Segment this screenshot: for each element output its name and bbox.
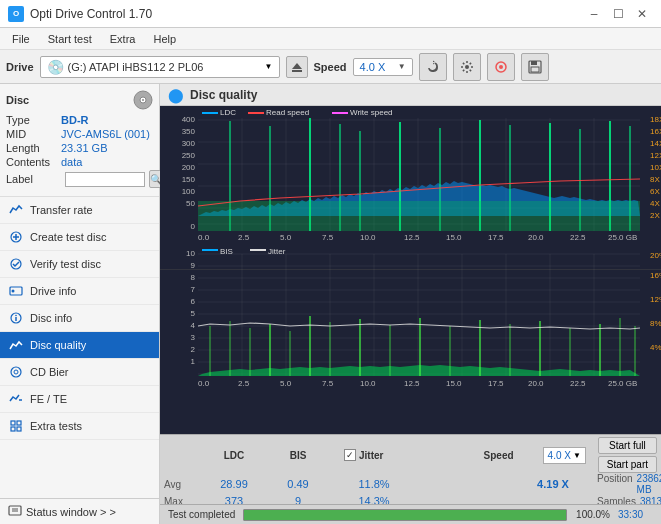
disc-label-row: Label 🔍: [6, 170, 153, 188]
sidebar-item-verify-test-disc[interactable]: Verify test disc: [0, 251, 159, 278]
progress-time: 33:30: [618, 509, 653, 520]
svg-rect-78: [202, 112, 218, 114]
drive-info-label: Drive info: [30, 285, 76, 297]
sidebar-item-disc-quality[interactable]: Disc quality: [0, 332, 159, 359]
type-value: BD-R: [61, 114, 89, 126]
svg-text:250: 250: [182, 151, 196, 160]
menubar: File Start test Extra Help: [0, 28, 661, 50]
progress-bar-container: Test completed 100.0% 33:30: [160, 504, 661, 524]
settings-button[interactable]: [453, 53, 481, 81]
svg-point-2: [465, 65, 469, 69]
jitter-checkbox[interactable]: ✓: [344, 449, 356, 461]
svg-text:150: 150: [182, 175, 196, 184]
extra-tests-label: Extra tests: [30, 420, 82, 432]
cd-bier-label: CD Bier: [30, 366, 69, 378]
fe-te-label: FE / TE: [30, 393, 67, 405]
menu-help[interactable]: Help: [145, 31, 184, 47]
minimize-button[interactable]: –: [583, 3, 605, 25]
svg-rect-26: [17, 427, 21, 431]
speed-selector[interactable]: 4.0 X ▼: [353, 58, 413, 76]
svg-text:5.0: 5.0: [280, 233, 292, 242]
svg-point-19: [15, 315, 17, 317]
maximize-button[interactable]: ☐: [607, 3, 629, 25]
svg-text:300: 300: [182, 139, 196, 148]
drivebar: Drive 💿 (G:) ATAPI iHBS112 2 PL06 ▼ Spee…: [0, 50, 661, 84]
sidebar-item-extra-tests[interactable]: Extra tests: [0, 413, 159, 440]
svg-rect-82: [332, 112, 348, 114]
sidebar-item-fe-te[interactable]: FE / TE: [0, 386, 159, 413]
disc-contents-row: Contents data: [6, 156, 153, 168]
svg-rect-150: [202, 249, 218, 251]
svg-rect-6: [531, 61, 537, 65]
sidebar-item-drive-info[interactable]: Drive info: [0, 278, 159, 305]
svg-text:Write speed: Write speed: [350, 108, 393, 117]
svg-text:22.5: 22.5: [570, 379, 586, 388]
status-window-item[interactable]: Status window > >: [0, 498, 159, 524]
svg-text:2: 2: [191, 345, 196, 354]
svg-text:15.0: 15.0: [446, 379, 462, 388]
svg-text:3: 3: [191, 333, 196, 342]
svg-rect-80: [248, 112, 264, 114]
save-button[interactable]: [521, 53, 549, 81]
refresh-button[interactable]: [419, 53, 447, 81]
svg-text:7.5: 7.5: [322, 233, 334, 242]
speed-value: 4.0 X: [360, 61, 386, 73]
sidebar-item-transfer-rate[interactable]: Transfer rate: [0, 197, 159, 224]
svg-text:12.5: 12.5: [404, 233, 420, 242]
drive-value: (G:) ATAPI iHBS112 2 PL06: [68, 61, 261, 73]
disc-section: Disc Type BD-R MID JVC-AMS6L (001) Lengt…: [0, 84, 159, 197]
sidebar-item-disc-info[interactable]: Disc info: [0, 305, 159, 332]
ldc-header: LDC: [204, 450, 264, 461]
bis-label: BIS: [290, 450, 307, 461]
svg-text:17.5: 17.5: [488, 233, 504, 242]
progress-label: Test completed: [168, 509, 235, 520]
svg-text:4%: 4%: [650, 343, 661, 352]
svg-rect-59: [198, 201, 640, 231]
svg-point-4: [499, 65, 503, 69]
sidebar-item-create-test-disc[interactable]: Create test disc: [0, 224, 159, 251]
eject-button[interactable]: [286, 56, 308, 78]
chart-disc-icon: ⬤: [168, 87, 184, 103]
drive-selector[interactable]: 💿 (G:) ATAPI iHBS112 2 PL06 ▼: [40, 56, 280, 78]
ldc-label: LDC: [224, 450, 245, 461]
svg-text:100: 100: [182, 187, 196, 196]
check-mark: ✓: [346, 450, 354, 460]
svg-point-10: [142, 99, 144, 101]
sidebar-item-cd-bier[interactable]: CD Bier: [0, 359, 159, 386]
svg-text:12%: 12%: [650, 295, 661, 304]
svg-text:5.0: 5.0: [280, 379, 292, 388]
menu-starttest[interactable]: Start test: [40, 31, 100, 47]
svg-text:20%: 20%: [650, 251, 661, 260]
speed-dropdown-val: 4.0 X: [548, 450, 571, 461]
start-part-button[interactable]: Start part: [598, 456, 657, 473]
titlebar: O Opti Drive Control 1.70 – ☐ ✕: [0, 0, 661, 28]
svg-text:6: 6: [191, 297, 196, 306]
create-test-disc-label: Create test disc: [30, 231, 106, 243]
fe-te-icon: [8, 391, 24, 407]
svg-text:4: 4: [191, 321, 196, 330]
length-value: 23.31 GB: [61, 142, 107, 154]
svg-text:8%: 8%: [650, 319, 661, 328]
svg-text:10X: 10X: [650, 163, 661, 172]
disc-header: Disc: [6, 90, 153, 110]
svg-text:25.0 GB: 25.0 GB: [608, 233, 637, 242]
svg-text:50: 50: [186, 199, 195, 208]
svg-point-16: [12, 290, 15, 293]
svg-text:BIS: BIS: [220, 247, 233, 256]
sidebar-menu: Transfer rate Create test disc Verify te…: [0, 197, 159, 498]
contents-value: data: [61, 156, 82, 168]
close-button[interactable]: ✕: [631, 3, 653, 25]
burn-button[interactable]: [487, 53, 515, 81]
speed-stat-dropdown[interactable]: 4.0 X ▼: [543, 447, 586, 464]
menu-extra[interactable]: Extra: [102, 31, 144, 47]
mid-label: MID: [6, 128, 61, 140]
svg-rect-7: [531, 67, 539, 72]
menu-file[interactable]: File: [4, 31, 38, 47]
progress-fill: [244, 510, 566, 520]
main-content: Disc Type BD-R MID JVC-AMS6L (001) Lengt…: [0, 84, 661, 524]
svg-text:17.5: 17.5: [488, 379, 504, 388]
label-input[interactable]: [65, 172, 145, 187]
start-full-button[interactable]: Start full: [598, 437, 657, 454]
svg-rect-30: [160, 106, 661, 270]
svg-rect-24: [17, 421, 21, 425]
